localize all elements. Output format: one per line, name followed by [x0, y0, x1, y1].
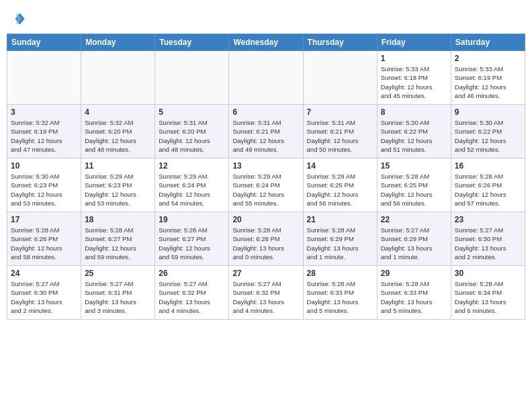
day-number: 26	[159, 269, 225, 278]
calendar-cell: 17Sunrise: 5:28 AMSunset: 6:26 PMDayligh…	[7, 212, 81, 266]
day-info: Sunrise: 5:27 AMSunset: 6:29 PMDaylight:…	[381, 226, 447, 261]
day-number: 2	[455, 54, 521, 63]
calendar-header-row: SundayMondayTuesdayWednesdayThursdayFrid…	[7, 34, 525, 51]
day-info: Sunrise: 5:27 AMSunset: 6:32 PMDaylight:…	[159, 279, 225, 315]
day-info: Sunrise: 5:27 AMSunset: 6:30 PMDaylight:…	[11, 279, 77, 315]
calendar-cell: 15Sunrise: 5:28 AMSunset: 6:25 PMDayligh…	[377, 158, 451, 212]
calendar-cell: 23Sunrise: 5:27 AMSunset: 6:30 PMDayligh…	[451, 212, 525, 266]
day-number: 30	[455, 269, 521, 278]
day-info: Sunrise: 5:28 AMSunset: 6:27 PMDaylight:…	[159, 226, 225, 261]
day-number: 12	[159, 161, 225, 171]
calendar-cell: 4Sunrise: 5:32 AMSunset: 6:20 PMDaylight…	[81, 105, 155, 158]
day-number: 10	[11, 161, 77, 171]
day-number: 25	[85, 269, 151, 278]
day-info: Sunrise: 5:30 AMSunset: 6:22 PMDaylight:…	[381, 118, 447, 154]
calendar-cell	[7, 51, 81, 105]
calendar-cell: 8Sunrise: 5:30 AMSunset: 6:22 PMDaylight…	[377, 105, 451, 158]
calendar-cell: 6Sunrise: 5:31 AMSunset: 6:21 PMDaylight…	[229, 105, 303, 158]
logo	[7, 9, 28, 28]
day-info: Sunrise: 5:30 AMSunset: 6:22 PMDaylight:…	[455, 118, 521, 154]
day-number: 28	[307, 269, 373, 278]
calendar-cell: 25Sunrise: 5:27 AMSunset: 6:31 PMDayligh…	[81, 266, 155, 320]
calendar-cell: 19Sunrise: 5:28 AMSunset: 6:27 PMDayligh…	[155, 212, 229, 266]
calendar-cell: 26Sunrise: 5:27 AMSunset: 6:32 PMDayligh…	[155, 266, 229, 320]
calendar-cell: 13Sunrise: 5:29 AMSunset: 6:24 PMDayligh…	[229, 158, 303, 212]
day-info: Sunrise: 5:27 AMSunset: 6:30 PMDaylight:…	[455, 226, 521, 261]
day-info: Sunrise: 5:33 AMSunset: 6:18 PMDaylight:…	[381, 64, 447, 100]
day-info: Sunrise: 5:28 AMSunset: 6:28 PMDaylight:…	[232, 226, 299, 261]
day-number: 14	[307, 161, 373, 171]
day-number: 15	[381, 161, 447, 171]
day-info: Sunrise: 5:28 AMSunset: 6:26 PMDaylight:…	[455, 172, 521, 208]
day-info: Sunrise: 5:31 AMSunset: 6:21 PMDaylight:…	[232, 118, 299, 154]
logo-icon	[7, 9, 26, 28]
calendar-cell	[229, 51, 303, 105]
day-info: Sunrise: 5:28 AMSunset: 6:33 PMDaylight:…	[307, 279, 373, 315]
day-number: 3	[11, 107, 77, 117]
calendar-cell: 10Sunrise: 5:30 AMSunset: 6:23 PMDayligh…	[7, 158, 81, 212]
day-info: Sunrise: 5:29 AMSunset: 6:23 PMDaylight:…	[85, 172, 151, 208]
day-info: Sunrise: 5:32 AMSunset: 6:19 PMDaylight:…	[11, 118, 77, 154]
calendar-cell: 2Sunrise: 5:33 AMSunset: 6:19 PMDaylight…	[451, 51, 525, 105]
day-number: 9	[455, 107, 521, 117]
calendar-cell: 1Sunrise: 5:33 AMSunset: 6:18 PMDaylight…	[377, 51, 451, 105]
calendar-cell: 30Sunrise: 5:28 AMSunset: 6:34 PMDayligh…	[451, 266, 525, 320]
day-number: 4	[85, 107, 151, 117]
calendar-cell: 14Sunrise: 5:29 AMSunset: 6:25 PMDayligh…	[303, 158, 377, 212]
calendar-cell: 5Sunrise: 5:31 AMSunset: 6:20 PMDaylight…	[155, 105, 229, 158]
calendar-cell: 24Sunrise: 5:27 AMSunset: 6:30 PMDayligh…	[7, 266, 81, 320]
calendar-cell: 16Sunrise: 5:28 AMSunset: 6:26 PMDayligh…	[451, 158, 525, 212]
day-info: Sunrise: 5:28 AMSunset: 6:27 PMDaylight:…	[85, 226, 151, 261]
day-info: Sunrise: 5:29 AMSunset: 6:25 PMDaylight:…	[307, 172, 373, 208]
day-info: Sunrise: 5:33 AMSunset: 6:19 PMDaylight:…	[455, 64, 521, 100]
calendar-cell: 11Sunrise: 5:29 AMSunset: 6:23 PMDayligh…	[81, 158, 155, 212]
calendar-cell: 9Sunrise: 5:30 AMSunset: 6:22 PMDaylight…	[451, 105, 525, 158]
calendar-week-4: 17Sunrise: 5:28 AMSunset: 6:26 PMDayligh…	[7, 212, 525, 266]
calendar-cell: 7Sunrise: 5:31 AMSunset: 6:21 PMDaylight…	[303, 105, 377, 158]
calendar-week-3: 10Sunrise: 5:30 AMSunset: 6:23 PMDayligh…	[7, 158, 525, 212]
day-info: Sunrise: 5:32 AMSunset: 6:20 PMDaylight:…	[85, 118, 151, 154]
day-number: 22	[381, 215, 447, 224]
day-number: 19	[159, 215, 225, 224]
calendar-cell: 20Sunrise: 5:28 AMSunset: 6:28 PMDayligh…	[229, 212, 303, 266]
calendar-week-1: 1Sunrise: 5:33 AMSunset: 6:18 PMDaylight…	[7, 51, 525, 105]
day-number: 23	[455, 215, 521, 224]
day-number: 5	[159, 107, 225, 117]
weekday-header-monday: Monday	[81, 34, 155, 51]
calendar-cell: 3Sunrise: 5:32 AMSunset: 6:19 PMDaylight…	[7, 105, 81, 158]
day-number: 21	[307, 215, 373, 224]
day-number: 18	[85, 215, 151, 224]
calendar-cell: 28Sunrise: 5:28 AMSunset: 6:33 PMDayligh…	[303, 266, 377, 320]
weekday-header-tuesday: Tuesday	[155, 34, 229, 51]
day-number: 8	[381, 107, 447, 117]
day-info: Sunrise: 5:28 AMSunset: 6:26 PMDaylight:…	[11, 226, 77, 261]
day-info: Sunrise: 5:29 AMSunset: 6:24 PMDaylight:…	[232, 172, 299, 208]
day-info: Sunrise: 5:28 AMSunset: 6:29 PMDaylight:…	[307, 226, 373, 261]
day-number: 24	[11, 269, 77, 278]
day-number: 7	[307, 107, 373, 117]
day-info: Sunrise: 5:27 AMSunset: 6:32 PMDaylight:…	[232, 279, 299, 315]
day-info: Sunrise: 5:28 AMSunset: 6:33 PMDaylight:…	[381, 279, 447, 315]
day-number: 27	[232, 269, 299, 278]
day-info: Sunrise: 5:28 AMSunset: 6:25 PMDaylight:…	[381, 172, 447, 208]
day-number: 16	[455, 161, 521, 171]
calendar-table: SundayMondayTuesdayWednesdayThursdayFrid…	[7, 34, 525, 320]
day-number: 29	[381, 269, 447, 278]
weekday-header-sunday: Sunday	[7, 34, 81, 51]
day-info: Sunrise: 5:29 AMSunset: 6:24 PMDaylight:…	[159, 172, 225, 208]
calendar-cell: 18Sunrise: 5:28 AMSunset: 6:27 PMDayligh…	[81, 212, 155, 266]
calendar-cell: 12Sunrise: 5:29 AMSunset: 6:24 PMDayligh…	[155, 158, 229, 212]
weekday-header-saturday: Saturday	[451, 34, 525, 51]
calendar-cell	[155, 51, 229, 105]
page-header	[7, 7, 525, 28]
calendar-week-5: 24Sunrise: 5:27 AMSunset: 6:30 PMDayligh…	[7, 266, 525, 320]
weekday-header-thursday: Thursday	[303, 34, 377, 51]
day-info: Sunrise: 5:28 AMSunset: 6:34 PMDaylight:…	[455, 279, 521, 315]
day-info: Sunrise: 5:31 AMSunset: 6:20 PMDaylight:…	[159, 118, 225, 154]
weekday-header-friday: Friday	[377, 34, 451, 51]
day-number: 6	[232, 107, 299, 117]
calendar-cell: 22Sunrise: 5:27 AMSunset: 6:29 PMDayligh…	[377, 212, 451, 266]
day-info: Sunrise: 5:30 AMSunset: 6:23 PMDaylight:…	[11, 172, 77, 208]
weekday-header-wednesday: Wednesday	[229, 34, 303, 51]
day-number: 20	[232, 215, 299, 224]
